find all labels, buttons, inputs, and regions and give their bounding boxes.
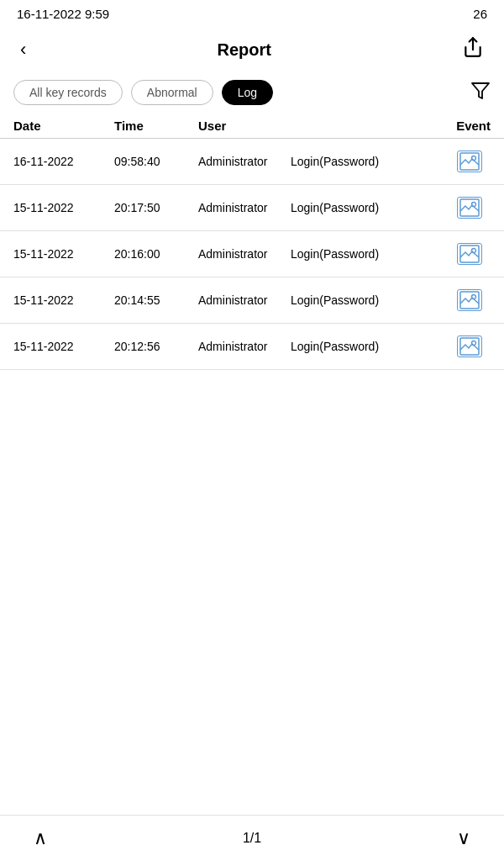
page-title: Report [217,40,270,60]
filter-icon[interactable] [470,81,491,105]
row-user: Administrator [198,247,291,261]
row-date: 15-11-2022 [13,201,114,214]
row-image-icon[interactable] [457,197,482,219]
row-event: Login(Password) [291,339,457,354]
status-battery: 26 [473,7,487,21]
col-time: Time [114,119,198,133]
col-user: User [198,119,291,133]
back-button[interactable]: ‹ [13,35,33,64]
row-event: Login(Password) [291,200,457,215]
pagination-down-button[interactable]: ∨ [457,827,470,849]
table-row: 15-11-2022 20:12:56 Administrator Login(… [0,324,504,370]
row-event: Login(Password) [291,154,457,169]
svg-marker-1 [472,83,489,98]
col-event: Event [291,119,491,133]
row-time: 20:16:00 [114,247,198,261]
table-header: Date Time User Event [0,114,504,139]
tab-abnormal[interactable]: Abnormal [131,80,213,105]
pagination-up-button[interactable]: ∧ [34,827,47,849]
pagination: ∧ 1/1 ∨ [0,815,504,861]
row-event: Login(Password) [291,246,457,261]
row-date: 15-11-2022 [13,293,114,307]
table-row: 15-11-2022 20:16:00 Administrator Login(… [0,231,504,277]
pagination-page-info: 1/1 [243,831,261,846]
row-time: 09:58:40 [114,155,198,168]
row-date: 15-11-2022 [13,340,114,353]
row-time: 20:14:55 [114,293,198,307]
tab-all-key-records[interactable]: All key records [13,80,123,105]
row-time: 20:12:56 [114,340,198,353]
table-row: 16-11-2022 09:58:40 Administrator Login(… [0,139,504,185]
table: Date Time User Event 16-11-2022 09:58:40… [0,114,504,370]
row-event: Login(Password) [291,293,457,308]
share-button[interactable] [455,33,491,66]
row-time: 20:17:50 [114,201,198,214]
row-user: Administrator [198,293,291,307]
table-row: 15-11-2022 20:17:50 Administrator Login(… [0,185,504,231]
row-image-icon[interactable] [457,243,482,265]
col-date: Date [13,119,114,133]
row-user: Administrator [198,340,291,353]
row-date: 16-11-2022 [13,155,114,168]
status-datetime: 16-11-2022 9:59 [17,7,109,21]
row-image-icon[interactable] [457,335,482,357]
row-image-icon[interactable] [457,289,482,311]
header: ‹ Report [0,28,504,75]
row-user: Administrator [198,155,291,168]
row-date: 15-11-2022 [13,247,114,261]
status-bar: 16-11-2022 9:59 26 [0,0,504,28]
row-image-icon[interactable] [457,151,482,172]
tab-log[interactable]: Log [222,80,273,105]
table-row: 15-11-2022 20:14:55 Administrator Login(… [0,277,504,324]
row-user: Administrator [198,201,291,214]
filter-tabs: All key records Abnormal Log [0,75,504,114]
